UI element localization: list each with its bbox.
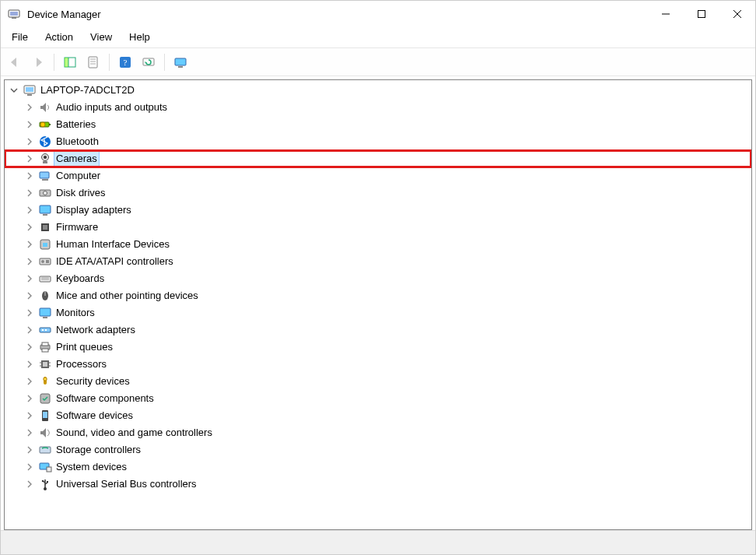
tree-item[interactable]: Mice and other pointing devices [5,287,751,304]
expand-icon[interactable] [23,341,36,353]
svg-rect-65 [43,412,47,418]
tree-item[interactable]: Software components [5,390,751,407]
expand-icon[interactable] [23,478,36,490]
expand-icon[interactable] [23,392,36,405]
menubar: File Action View Help [1,27,755,47]
pc-icon [37,168,53,184]
tree-item[interactable]: Display adapters [5,202,751,219]
expand-icon[interactable] [23,118,36,131]
tree-item[interactable]: Universal Serial Bus controllers [5,476,751,493]
svg-point-24 [40,122,45,127]
expand-icon[interactable] [23,290,36,302]
tree-item[interactable]: Storage controllers [5,441,751,458]
tree-root-label: LAPTOP-7ADCLT2D [39,82,136,99]
help-button[interactable]: ? [114,51,136,73]
tree-item-label: Sound, video and game controllers [54,424,214,441]
statusbar [1,530,755,554]
collapse-icon[interactable] [8,84,20,97]
forward-button[interactable] [27,51,49,73]
tree-item[interactable]: Sound, video and game controllers [5,424,751,441]
expand-icon[interactable] [23,187,36,199]
battery-icon [37,117,53,132]
device-tree[interactable]: LAPTOP-7ADCLT2DAudio inputs and outputsB… [4,79,752,530]
expand-icon[interactable] [23,204,36,216]
security-icon [37,374,53,389]
printer-icon [37,339,53,355]
menu-file[interactable]: File [4,29,36,45]
back-button[interactable] [4,51,26,73]
expand-icon[interactable] [23,255,36,268]
svg-rect-72 [47,481,48,483]
svg-rect-38 [43,243,47,247]
network-icon [37,322,53,338]
properties-icon [86,55,100,69]
show-hide-tree-button[interactable] [59,51,81,73]
svg-rect-23 [49,124,51,125]
tree-item[interactable]: Audio inputs and outputs [5,99,751,116]
tree-item-label: Software devices [54,407,135,424]
tree-item[interactable]: Processors [5,356,751,373]
scan-hardware-button[interactable] [138,51,159,73]
tree-item[interactable]: Print queues [5,339,751,356]
add-driver-button[interactable] [170,51,191,73]
svg-rect-48 [43,317,47,318]
tree-item[interactable]: Bluetooth [5,133,751,150]
forward-icon [31,55,45,69]
tree-item[interactable]: Cameras [5,150,751,167]
expand-icon[interactable] [23,444,36,456]
svg-text:?: ? [124,58,128,67]
svg-rect-51 [45,329,47,331]
svg-rect-50 [42,329,44,331]
expand-icon[interactable] [23,358,36,371]
speaker-icon [37,100,53,115]
tree-root[interactable]: LAPTOP-7ADCLT2D [5,82,751,99]
properties-button[interactable] [82,51,104,73]
toolbar-separator [54,54,54,71]
tree-item[interactable]: Network adapters [5,321,751,339]
expand-icon[interactable] [23,101,36,114]
tree-item[interactable]: Software devices [5,407,751,424]
expand-icon[interactable] [23,135,36,148]
close-button[interactable] [719,1,755,27]
tree-item[interactable]: Firmware [5,219,751,236]
svg-rect-47 [40,308,51,316]
tree-item[interactable]: Security devices [5,373,751,390]
maximize-button[interactable] [684,1,719,27]
chip-icon [37,220,53,235]
cpu-icon [37,357,53,372]
toolbar: ? [1,47,755,76]
content-area: LAPTOP-7ADCLT2DAudio inputs and outputsB… [1,76,755,530]
expand-icon[interactable] [23,409,36,422]
expand-icon[interactable] [23,272,36,285]
svg-rect-1 [10,12,18,16]
minimize-button[interactable] [648,1,684,27]
svg-rect-10 [89,57,97,68]
svg-point-71 [42,480,44,482]
expand-icon[interactable] [23,375,36,388]
expand-icon[interactable] [23,307,36,319]
tree-item[interactable]: IDE ATA/ATAPI controllers [5,253,751,270]
tree-item[interactable]: Computer [5,167,751,184]
expand-icon[interactable] [23,153,36,165]
tree-item[interactable]: Batteries [5,116,751,133]
menu-view[interactable]: View [82,29,120,45]
tree-item[interactable]: Keyboards [5,270,751,287]
expand-icon[interactable] [23,221,36,234]
svg-rect-41 [46,260,49,263]
expand-icon[interactable] [23,324,36,336]
svg-rect-68 [47,467,51,472]
expand-icon[interactable] [23,170,36,182]
svg-point-62 [44,378,47,381]
tree-item-label: Universal Serial Bus controllers [54,476,198,493]
expand-icon[interactable] [23,461,36,473]
tree-item[interactable]: System devices [5,458,751,476]
tree-item[interactable]: Human Interface Devices [5,236,751,253]
tree-item-label: Keyboards [54,270,106,287]
menu-help[interactable]: Help [121,29,158,45]
tree-item[interactable]: Monitors [5,304,751,321]
menu-action[interactable]: Action [37,29,81,45]
expand-icon[interactable] [23,427,36,439]
hid-icon [37,237,53,252]
expand-icon[interactable] [23,238,36,251]
tree-item[interactable]: Disk drives [5,184,751,202]
